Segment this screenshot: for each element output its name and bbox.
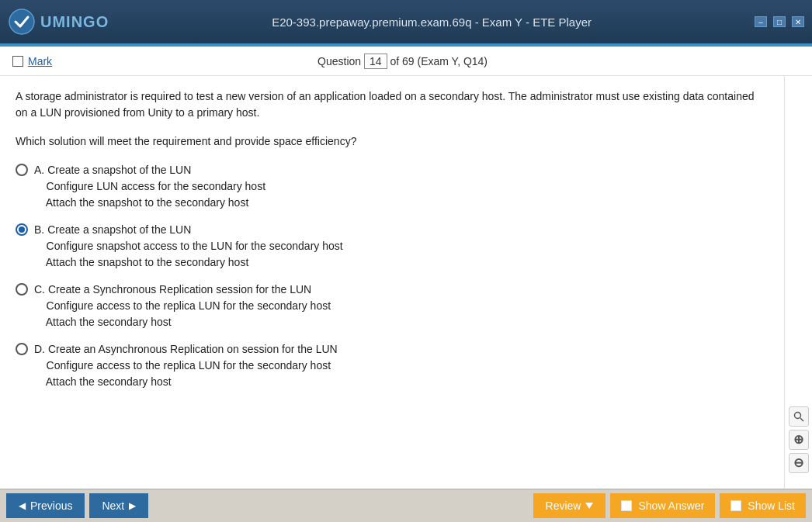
zoom-out-button[interactable]: ⊖ [789, 453, 809, 473]
content-wrapper: A storage administrator is required to t… [0, 76, 812, 489]
question-label: Question [318, 55, 361, 67]
show-list-checkbox-icon [730, 500, 741, 511]
mark-label[interactable]: Mark [28, 55, 52, 67]
option-b[interactable]: B. Create a snapshot of the LUN Configur… [16, 222, 769, 271]
window-controls[interactable]: – □ ✕ [755, 16, 804, 27]
zoom-out-icon: ⊖ [793, 457, 803, 469]
minimize-button[interactable]: – [755, 16, 767, 27]
review-button[interactable]: Review [533, 493, 606, 518]
maximize-button[interactable]: □ [773, 16, 786, 27]
question-total: of 69 (Exam Y, Q14) [390, 55, 488, 67]
option-a-text: A. Create a snapshot of the LUN Configur… [34, 162, 265, 211]
mark-checkbox[interactable] [12, 56, 23, 67]
next-label: Next [102, 500, 124, 512]
mark-area[interactable]: Mark [12, 55, 52, 67]
radio-d[interactable] [16, 343, 28, 355]
svg-line-2 [800, 418, 803, 421]
option-d[interactable]: D. Create an Asynchronous Replication on… [16, 341, 769, 390]
next-arrow-icon: ▶ [129, 500, 136, 511]
option-d-text: D. Create an Asynchronous Replication on… [34, 341, 338, 390]
next-button[interactable]: Next ▶ [89, 493, 148, 518]
bottom-toolbar: ◀ Previous Next ▶ Review Show Answer Sho… [0, 489, 812, 522]
option-d-label: D. [34, 343, 48, 355]
window-title: E20-393.prepaway.premium.exam.69q - Exam… [109, 16, 755, 29]
svg-point-1 [794, 413, 800, 419]
previous-label: Previous [30, 500, 72, 512]
option-b-label: B. [34, 223, 47, 236]
review-label: Review [546, 500, 581, 512]
question-area: A storage administrator is required to t… [0, 76, 784, 489]
question-text-2: Which solution will meet the requirement… [16, 133, 769, 150]
previous-arrow-icon: ◀ [19, 500, 26, 511]
show-answer-checkbox-icon [621, 500, 632, 511]
search-icon [793, 411, 804, 422]
previous-button[interactable]: ◀ Previous [6, 493, 85, 518]
question-text-1: A storage administrator is required to t… [16, 88, 769, 121]
radio-b[interactable] [16, 223, 28, 236]
main-area: Mark Question 14 of 69 (Exam Y, Q14) A s… [0, 47, 812, 489]
option-b-text: B. Create a snapshot of the LUN Configur… [34, 222, 343, 271]
question-number: 14 [364, 54, 387, 69]
option-a-label: A. [34, 164, 47, 176]
question-info: Question 14 of 69 (Exam Y, Q14) [318, 54, 488, 69]
review-arrow-icon [585, 503, 593, 509]
radio-c[interactable] [16, 283, 28, 296]
sidebar-tools: ⊕ ⊖ [784, 76, 812, 489]
radio-a[interactable] [16, 164, 28, 176]
header-row: Mark Question 14 of 69 (Exam Y, Q14) [0, 47, 812, 76]
zoom-in-icon: ⊕ [793, 434, 803, 446]
option-c-text: C. Create a Synchronous Replication sess… [34, 282, 331, 330]
zoom-in-button[interactable]: ⊕ [789, 430, 809, 450]
logo: UMINGO [8, 8, 109, 36]
search-button[interactable] [789, 406, 809, 427]
option-a[interactable]: A. Create a snapshot of the LUN Configur… [16, 162, 769, 211]
show-list-label: Show List [748, 500, 795, 512]
option-c-label: C. [34, 283, 48, 296]
options-list: A. Create a snapshot of the LUN Configur… [16, 162, 769, 390]
show-answer-label: Show Answer [638, 500, 704, 512]
option-c[interactable]: C. Create a Synchronous Replication sess… [16, 282, 769, 330]
title-bar: UMINGO E20-393.prepaway.premium.exam.69q… [0, 0, 812, 43]
show-list-button[interactable]: Show List [720, 493, 806, 518]
show-answer-button[interactable]: Show Answer [610, 493, 715, 518]
close-button[interactable]: ✕ [792, 16, 804, 27]
svg-point-0 [9, 9, 34, 34]
